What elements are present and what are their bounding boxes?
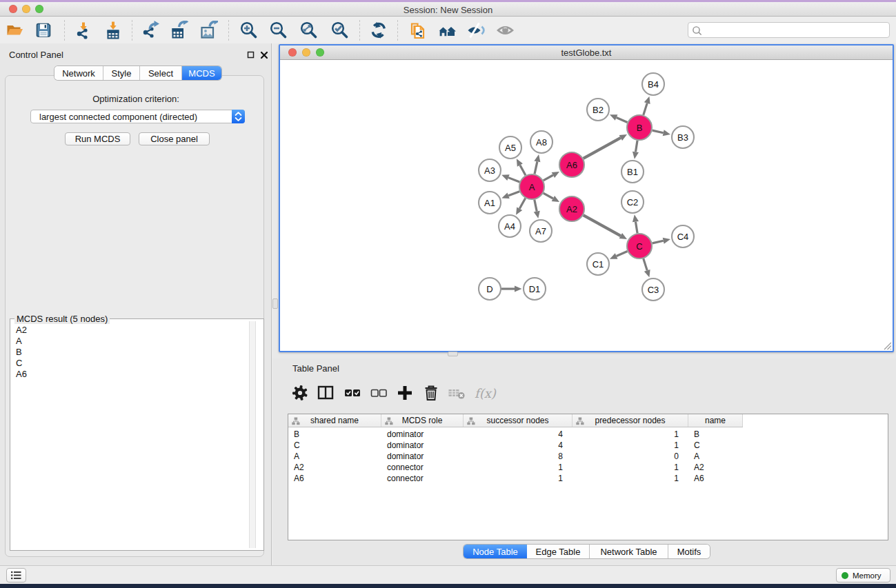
mcds-result-item[interactable]: A (16, 336, 27, 347)
table-cell[interactable]: 1 (573, 462, 688, 473)
column-header-MCDS-role[interactable]: MCDS role (381, 414, 464, 427)
zoom-selected-button[interactable] (330, 21, 350, 40)
graph-edge[interactable] (508, 192, 519, 196)
close-panel-button[interactable]: Close panel (139, 132, 210, 145)
run-mcds-button[interactable]: Run MCDS (65, 132, 130, 145)
deselect-all-columns-button[interactable] (370, 384, 388, 402)
float-panel-icon[interactable] (247, 51, 255, 59)
graph-edge[interactable] (653, 130, 664, 133)
table-cell[interactable]: 1 (573, 429, 688, 440)
table-cell[interactable]: 0 (573, 451, 688, 462)
graph-edge[interactable] (635, 222, 637, 234)
table-row-B[interactable]: Bdominator41B (288, 429, 743, 440)
column-header-successor-nodes[interactable]: successor nodes (464, 414, 573, 427)
tab-network[interactable]: Network (54, 66, 103, 80)
table-row-C[interactable]: Cdominator41C (288, 440, 743, 451)
zoom-fit-button[interactable] (299, 21, 319, 40)
network-window[interactable]: testGlobe.txt B4B2BB3A5A8A6B1A3AA1C2A2A4… (279, 44, 894, 352)
horizontal-splitter-grip[interactable] (448, 352, 458, 356)
table-cell[interactable]: A (688, 451, 743, 462)
graph-edge[interactable] (535, 200, 537, 212)
mcds-result-item[interactable]: B (16, 347, 27, 358)
show-all-button[interactable] (497, 21, 516, 40)
import-network-button[interactable] (74, 21, 93, 40)
table-tab-network-table[interactable]: Network Table (590, 545, 668, 558)
memory-button[interactable]: Memory (836, 568, 890, 582)
graph-edge[interactable] (617, 118, 628, 123)
optimization-criterion-select[interactable]: largest connected component (directed) (30, 110, 245, 123)
table-cell[interactable]: A2 (688, 462, 743, 473)
first-neighbors-button[interactable] (437, 21, 457, 40)
network-window-titlebar[interactable]: testGlobe.txt (280, 45, 893, 60)
table-cell[interactable]: A6 (288, 473, 381, 484)
mcds-result-item[interactable]: A2 (16, 325, 27, 336)
graph-edge[interactable] (644, 258, 647, 270)
table-cell[interactable]: dominator (381, 451, 464, 462)
graph-edge[interactable] (519, 199, 526, 209)
table-cell[interactable]: B (288, 429, 381, 440)
toggle-column-view-button[interactable] (317, 384, 335, 402)
table-row-A6[interactable]: A6connector11A6 (288, 473, 743, 484)
table-cell[interactable]: 8 (464, 451, 573, 462)
network-canvas[interactable]: B4B2BB3A5A8A6B1A3AA1C2A2A4A7C4CC1DD1C3 (280, 61, 893, 351)
graph-edge[interactable] (584, 138, 621, 159)
open-session-button[interactable] (6, 21, 25, 40)
delete-column-button[interactable] (422, 384, 440, 402)
table-cell[interactable]: C (288, 440, 381, 451)
import-table-button[interactable] (103, 21, 122, 40)
table-options-button[interactable] (291, 384, 309, 402)
graph-edge[interactable] (535, 161, 537, 174)
table-cell[interactable]: B (688, 429, 743, 440)
save-session-button[interactable] (34, 21, 53, 40)
close-panel-icon[interactable] (260, 51, 268, 59)
refresh-view-button[interactable] (369, 21, 388, 40)
tab-select[interactable]: Select (140, 66, 182, 80)
clone-network-button[interactable] (408, 21, 427, 40)
clear-table-button[interactable] (448, 384, 466, 402)
table-cell[interactable]: connector (381, 462, 464, 473)
table-row-A2[interactable]: A2connector11A2 (288, 462, 743, 473)
resize-grip-icon[interactable] (883, 341, 892, 350)
column-header-name[interactable]: name (688, 414, 743, 427)
table-cell[interactable]: 1 (573, 440, 688, 451)
table-cell[interactable]: A (288, 451, 381, 462)
export-network-button[interactable] (141, 21, 160, 40)
export-table-button[interactable] (169, 21, 188, 40)
graph-edge[interactable] (653, 241, 664, 243)
hide-selected-button[interactable] (467, 21, 486, 40)
table-cell[interactable]: dominator (381, 440, 464, 451)
table-cell[interactable]: 1 (464, 473, 573, 484)
table-tab-motifs[interactable]: Motifs (668, 545, 710, 558)
table-cell[interactable]: A6 (688, 473, 743, 484)
mcds-result-list[interactable]: A2ABCA6 (16, 325, 27, 380)
graph-edge[interactable] (617, 252, 628, 256)
export-image-button[interactable] (199, 21, 218, 40)
table-cell[interactable]: 1 (464, 462, 573, 473)
graph-edge[interactable] (544, 193, 553, 199)
column-header-shared-name[interactable]: shared name (288, 414, 381, 427)
table-tab-node-table[interactable]: Node Table (464, 545, 527, 558)
table-cell[interactable]: connector (381, 473, 464, 484)
table-cell[interactable]: 4 (464, 429, 573, 440)
table-row-A[interactable]: Adominator80A (288, 451, 743, 462)
graph-edge[interactable] (508, 178, 519, 182)
create-column-button[interactable] (396, 384, 414, 402)
tab-mcds[interactable]: MCDS (182, 66, 221, 80)
mcds-result-item[interactable]: C (16, 358, 27, 369)
graph-edge[interactable] (584, 215, 621, 236)
zoom-out-button[interactable] (269, 21, 288, 40)
table-cell[interactable]: A2 (288, 462, 381, 473)
table-cell[interactable]: dominator (381, 429, 464, 440)
task-history-button[interactable] (6, 568, 26, 582)
vertical-splitter-grip[interactable] (272, 298, 278, 309)
table-cell[interactable]: C (688, 440, 743, 451)
column-header-predecessor-nodes[interactable]: predecessor nodes (573, 414, 688, 427)
function-builder-button[interactable]: f(x) (474, 384, 492, 402)
select-all-columns-button[interactable] (344, 384, 361, 402)
graph-edge[interactable] (544, 175, 553, 181)
graph-edge[interactable] (644, 103, 647, 115)
tab-style[interactable]: Style (103, 66, 140, 80)
graph-edge[interactable] (520, 165, 526, 175)
table-tab-edge-table[interactable]: Edge Table (527, 545, 590, 558)
zoom-in-button[interactable] (239, 21, 259, 40)
